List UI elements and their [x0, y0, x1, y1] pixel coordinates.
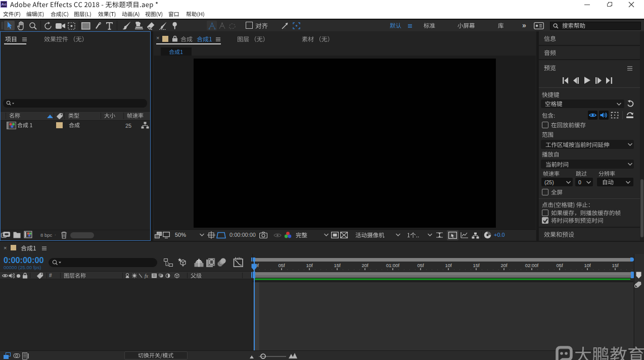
svg-text:fx: fx [145, 274, 149, 279]
